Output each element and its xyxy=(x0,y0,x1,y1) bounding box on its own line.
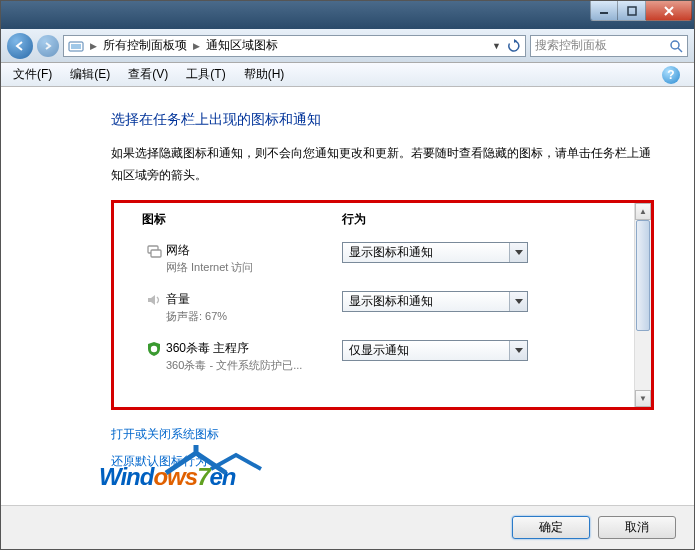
page-description: 如果选择隐藏图标和通知，则不会向您通知更改和更新。若要随时查看隐藏的图标，请单击… xyxy=(111,143,654,186)
list-item: 网络 网络 Internet 访问 显示图标和通知 xyxy=(142,242,633,275)
svg-rect-1 xyxy=(628,7,636,15)
svg-point-8 xyxy=(151,346,157,352)
separator-icon: ▶ xyxy=(193,41,200,51)
list-item: 音量 扬声器: 67% 显示图标和通知 xyxy=(142,291,633,324)
item-title: 网络 xyxy=(166,242,342,259)
help-icon[interactable]: ? xyxy=(662,66,680,84)
cancel-button[interactable]: 取消 xyxy=(598,516,676,539)
svg-rect-0 xyxy=(600,12,608,14)
network-icon xyxy=(142,242,166,259)
item-subtitle: 扬声器: 67% xyxy=(166,309,342,324)
control-panel-window: ▶ 所有控制面板项 ▶ 通知区域图标 ▼ 搜索控制面板 文件(F) 编辑(E) … xyxy=(0,0,695,550)
separator-icon: ▶ xyxy=(90,41,97,51)
minimize-button[interactable] xyxy=(590,1,618,21)
roof-icon xyxy=(161,445,271,477)
forward-button[interactable] xyxy=(37,35,59,57)
scroll-up-icon[interactable]: ▲ xyxy=(635,203,651,220)
page-title: 选择在任务栏上出现的图标和通知 xyxy=(111,111,654,129)
footer: 确定 取消 xyxy=(1,505,694,549)
scrollbar-thumb[interactable] xyxy=(636,220,650,331)
watermark-logo: Windows7en xyxy=(99,463,236,491)
svg-line-5 xyxy=(678,48,682,52)
icon-list-panel: 图标 行为 网络 网络 Internet 访问 显示图标和通知 xyxy=(111,200,654,410)
menu-file[interactable]: 文件(F) xyxy=(5,64,60,85)
svg-rect-3 xyxy=(71,44,81,49)
chevron-down-icon[interactable]: ▼ xyxy=(492,41,501,51)
search-placeholder: 搜索控制面板 xyxy=(535,37,607,54)
titlebar[interactable] xyxy=(1,1,694,29)
menu-edit[interactable]: 编辑(E) xyxy=(62,64,118,85)
control-panel-icon xyxy=(68,40,84,52)
svg-point-4 xyxy=(671,41,679,49)
volume-icon xyxy=(142,291,166,308)
back-button[interactable] xyxy=(7,33,33,59)
scroll-down-icon[interactable]: ▼ xyxy=(635,390,651,407)
item-subtitle: 360杀毒 - 文件系统防护已... xyxy=(166,358,342,373)
svg-rect-7 xyxy=(151,250,161,257)
ok-button[interactable]: 确定 xyxy=(512,516,590,539)
chevron-down-icon xyxy=(509,243,527,262)
maximize-button[interactable] xyxy=(618,1,646,21)
menu-tools[interactable]: 工具(T) xyxy=(178,64,233,85)
breadcrumb-seg1[interactable]: 所有控制面板项 xyxy=(103,37,187,54)
item-title: 360杀毒 主程序 xyxy=(166,340,342,357)
chevron-down-icon xyxy=(509,341,527,360)
menu-view[interactable]: 查看(V) xyxy=(120,64,176,85)
list-item: 360杀毒 主程序 360杀毒 - 文件系统防护已... 仅显示通知 xyxy=(142,340,633,373)
search-icon xyxy=(669,39,683,53)
refresh-icon[interactable] xyxy=(507,39,521,53)
menu-help[interactable]: 帮助(H) xyxy=(236,64,293,85)
address-bar[interactable]: ▶ 所有控制面板项 ▶ 通知区域图标 ▼ xyxy=(63,35,526,57)
navigation-bar: ▶ 所有控制面板项 ▶ 通知区域图标 ▼ 搜索控制面板 xyxy=(1,29,694,63)
breadcrumb-seg2[interactable]: 通知区域图标 xyxy=(206,37,278,54)
content-area: 选择在任务栏上出现的图标和通知 如果选择隐藏图标和通知，则不会向您通知更改和更新… xyxy=(1,93,694,503)
close-button[interactable] xyxy=(646,1,692,21)
behavior-select[interactable]: 显示图标和通知 xyxy=(342,242,528,263)
search-input[interactable]: 搜索控制面板 xyxy=(530,35,688,57)
behavior-select[interactable]: 显示图标和通知 xyxy=(342,291,528,312)
menu-bar: 文件(F) 编辑(E) 查看(V) 工具(T) 帮助(H) ? xyxy=(1,63,694,87)
scrollbar[interactable]: ▲ ▼ xyxy=(634,203,651,407)
shield-icon xyxy=(142,340,166,357)
item-title: 音量 xyxy=(166,291,342,308)
item-subtitle: 网络 Internet 访问 xyxy=(166,260,342,275)
column-icon: 图标 xyxy=(142,211,342,228)
column-behavior: 行为 xyxy=(342,211,366,228)
behavior-select[interactable]: 仅显示通知 xyxy=(342,340,528,361)
chevron-down-icon xyxy=(509,292,527,311)
link-system-icons[interactable]: 打开或关闭系统图标 xyxy=(111,426,654,443)
